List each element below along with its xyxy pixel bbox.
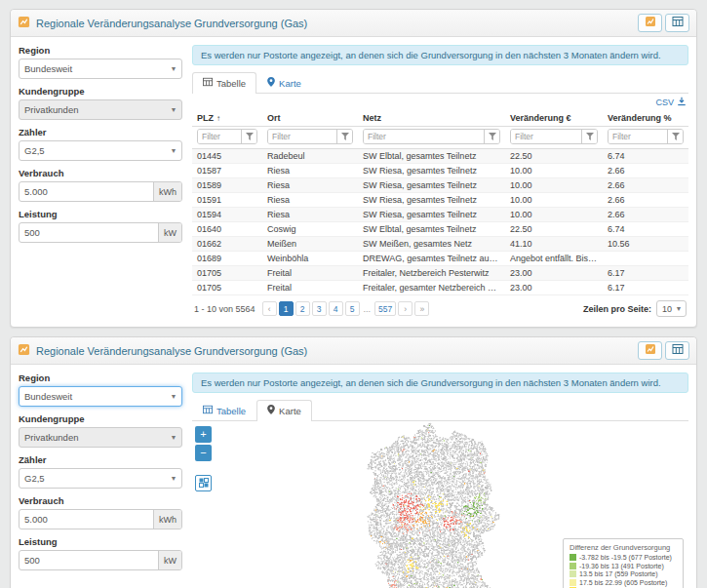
kundengruppe-value: Privatkunden bbox=[24, 104, 78, 115]
leistung-field: Leistung kW bbox=[19, 536, 182, 570]
table-row[interactable]: 01594RiesaSW Riesa, gesamtes Teilnetz10.… bbox=[192, 208, 688, 222]
table-row[interactable]: 01589RiesaSW Riesa, gesamtes Teilnetz10.… bbox=[192, 178, 688, 193]
filter-icon[interactable] bbox=[484, 130, 499, 143]
pager-page-last[interactable]: 557 bbox=[374, 301, 396, 316]
table-cell: 01591 bbox=[192, 193, 262, 208]
download-icon bbox=[677, 97, 687, 108]
zaehler-select[interactable]: G2,5 ▼ bbox=[19, 140, 182, 161]
filter-sidebar: Region Bundesweit ▼ Kundengruppe Privatk… bbox=[19, 372, 182, 588]
tab-tabelle[interactable]: Tabelle bbox=[192, 400, 256, 421]
verbrauch-input[interactable] bbox=[20, 186, 153, 197]
pager-next[interactable]: › bbox=[398, 301, 412, 316]
column-header-2[interactable]: Ort bbox=[262, 110, 358, 127]
table-cell: Riesa bbox=[262, 178, 358, 193]
info-alert: Es werden nur Postorte angezeigt, an den… bbox=[192, 372, 688, 393]
rows-per-page-select[interactable]: 10 ▼ bbox=[656, 300, 687, 317]
sort-asc-icon: ↑ bbox=[216, 114, 220, 123]
column-header-5[interactable]: Veränderung % bbox=[603, 110, 688, 127]
map-legend: Differenz der Grundversorgung -3.782 bis… bbox=[563, 538, 684, 588]
kundengruppe-label: Kundengruppe bbox=[19, 86, 182, 97]
leistung-input-group: kW bbox=[19, 222, 182, 243]
leistung-input[interactable] bbox=[20, 555, 158, 566]
table-cell: 6.17 bbox=[603, 281, 688, 295]
filter-input[interactable] bbox=[364, 130, 484, 143]
pager-page-5[interactable]: 5 bbox=[345, 301, 360, 316]
column-header-4[interactable]: Veränderung € bbox=[505, 110, 603, 127]
tab-karte[interactable]: Karte bbox=[256, 72, 312, 94]
zoom-out-button[interactable]: − bbox=[195, 445, 212, 461]
legend-title: Differenz der Grundversorgung bbox=[570, 543, 677, 552]
column-header-3[interactable]: Netz bbox=[358, 110, 505, 127]
zoom-in-button[interactable]: + bbox=[195, 426, 212, 443]
table-cell: 23.00 bbox=[505, 266, 603, 281]
filter-sidebar: Region Bundesweit ▼ Kundengruppe Privatk… bbox=[19, 45, 182, 319]
extent-icon bbox=[199, 478, 209, 490]
filter-icon[interactable] bbox=[336, 130, 352, 143]
germany-postcode-map[interactable] bbox=[341, 421, 525, 588]
pager-page-2[interactable]: 2 bbox=[295, 301, 310, 316]
export-row: CSV bbox=[192, 94, 688, 110]
pager-page-4[interactable]: 4 bbox=[329, 301, 343, 316]
pager-page-3[interactable]: 3 bbox=[312, 301, 327, 316]
pager-page-1[interactable]: 1 bbox=[279, 301, 294, 316]
table-cell: 2.66 bbox=[603, 164, 688, 178]
layout-toggle-button[interactable] bbox=[665, 14, 689, 32]
zaehler-label: Zähler bbox=[19, 127, 182, 137]
filter-input[interactable] bbox=[609, 130, 667, 143]
verbrauch-input[interactable] bbox=[20, 514, 153, 525]
pager-ellipsis: ... bbox=[362, 304, 373, 314]
export-report-button[interactable] bbox=[638, 341, 662, 360]
region-select[interactable]: Bundesweit ▼ bbox=[19, 59, 182, 79]
panel-header: Regionale Veränderungsanalyse Grundverso… bbox=[11, 10, 696, 37]
legend-label: 13.5 bis 17 (559 Postorte) bbox=[579, 570, 658, 577]
filter-input[interactable] bbox=[511, 130, 581, 143]
chevron-down-icon: ▼ bbox=[166, 65, 181, 72]
tab-label: Karte bbox=[279, 406, 301, 416]
region-value: Bundesweit bbox=[24, 391, 72, 402]
table-cell: Weinböhla bbox=[262, 252, 358, 266]
filter-icon[interactable] bbox=[241, 130, 256, 143]
leistung-input[interactable] bbox=[20, 227, 158, 238]
table-row[interactable]: 01640CoswigSW Elbtal, gesamtes Teilnetz2… bbox=[192, 222, 688, 237]
panel-title: Regionale Veränderungsanalyse Grundverso… bbox=[36, 345, 632, 357]
table-cell: Radebeul bbox=[262, 149, 358, 164]
leistung-label: Leistung bbox=[19, 536, 182, 547]
pager-prev[interactable]: ‹ bbox=[262, 301, 277, 316]
table-row[interactable]: 01662MeißenSW Meißen, gesamtes Netz41.10… bbox=[192, 237, 688, 252]
table-cell: 01662 bbox=[192, 237, 262, 252]
table-row[interactable]: 01705FreitalFreitaler, Netzbereich Peste… bbox=[192, 266, 688, 281]
table-cell bbox=[603, 252, 688, 266]
filter-icon[interactable] bbox=[581, 130, 597, 143]
filter-icon[interactable] bbox=[667, 130, 683, 143]
csv-download-link[interactable]: CSV bbox=[655, 97, 687, 108]
layout-toggle-button[interactable] bbox=[665, 341, 689, 360]
region-select[interactable]: Bundesweit ▼ bbox=[19, 386, 182, 407]
tab-tabelle[interactable]: Tabelle bbox=[192, 72, 256, 94]
filter-input[interactable] bbox=[268, 130, 336, 143]
pager-last-nav[interactable]: » bbox=[414, 301, 429, 316]
table-row[interactable]: 01587RiesaSW Riesa, gesamtes Teilnetz10.… bbox=[192, 164, 688, 178]
export-report-button[interactable] bbox=[638, 14, 662, 32]
table-row[interactable]: 01445RadebeulSW Elbtal, gesamtes Teilnet… bbox=[192, 149, 688, 164]
verbrauch-unit: kWh bbox=[153, 510, 181, 529]
tab-karte[interactable]: Karte bbox=[256, 400, 312, 421]
table-cell: Freitaler, Netzbereich Pesterwitz bbox=[358, 266, 505, 281]
table-cell: SW Elbtal, gesamtes Teilnetz bbox=[358, 222, 505, 237]
table-row[interactable]: 01591RiesaSW Riesa, gesamtes Teilnetz10.… bbox=[192, 193, 688, 208]
zaehler-select[interactable]: G2,5 ▼ bbox=[19, 468, 182, 489]
kundengruppe-select[interactable]: Privatkunden ▼ bbox=[19, 427, 182, 448]
kundengruppe-select[interactable]: Privatkunden ▼ bbox=[19, 99, 182, 120]
legend-swatch bbox=[570, 554, 576, 561]
panel-actions bbox=[638, 341, 689, 360]
filter-input[interactable] bbox=[198, 130, 241, 143]
legend-item: -3.782 bis -19.5 (677 Postorte) bbox=[570, 554, 677, 561]
map-extent-button[interactable] bbox=[195, 475, 212, 491]
table-row[interactable]: 01705FreitalFreitaler, gesamter Netzbere… bbox=[192, 281, 688, 295]
report-icon bbox=[18, 16, 30, 30]
legend-item: 13.5 bis 17 (559 Postorte) bbox=[570, 570, 677, 577]
table-cell: SW Riesa, gesamtes Teilnetz bbox=[358, 178, 505, 193]
column-header-1[interactable]: PLZ↑ bbox=[192, 110, 262, 127]
legend-label: 17.5 bis 22.99 (605 Postorte) bbox=[579, 579, 667, 586]
panel-body: Region Bundesweit ▼ Kundengruppe Privatk… bbox=[11, 37, 696, 327]
table-row[interactable]: 01689WeinböhlaDREWAG, gesamtes Teilnetz … bbox=[192, 252, 688, 266]
